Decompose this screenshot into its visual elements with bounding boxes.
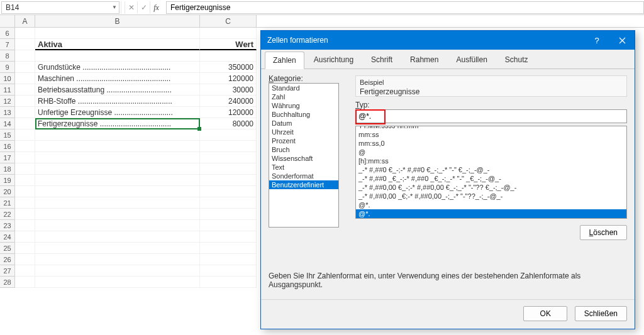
tab-zahlen[interactable]: Zahlen (265, 52, 304, 69)
select-all-corner[interactable] (0, 15, 15, 27)
cell[interactable] (200, 175, 257, 186)
row-header[interactable]: 17 (0, 152, 15, 163)
row-header[interactable]: 14 (0, 118, 15, 129)
chevron-down-icon[interactable]: ▼ (110, 4, 119, 10)
tab-schrift[interactable]: Schrift (363, 51, 401, 69)
row-header[interactable]: 8 (0, 50, 15, 62)
cell[interactable] (15, 141, 35, 152)
tab-rahmen[interactable]: Rahmen (402, 51, 447, 69)
cell[interactable] (200, 254, 257, 265)
type-item[interactable]: _-* #,##0 _€_-;-* #,##0 _€_-;_-* "-" _€_… (356, 174, 626, 183)
row-header[interactable]: 18 (0, 163, 15, 175)
tab-schutz[interactable]: Schutz (497, 51, 536, 69)
kategorie-item[interactable]: Prozent (269, 136, 338, 145)
row-header[interactable]: 22 (0, 209, 15, 220)
cell[interactable] (15, 129, 35, 141)
cell[interactable]: 80000 (200, 118, 257, 129)
name-box-value[interactable]: B14 (2, 2, 110, 13)
row-header[interactable]: 7 (0, 39, 15, 50)
row-header[interactable]: 28 (0, 277, 15, 288)
cell[interactable] (15, 231, 35, 243)
type-item[interactable]: TT.MM.JJJJ hh:mm (356, 126, 626, 130)
cell[interactable] (200, 129, 257, 141)
row-header[interactable]: 20 (0, 186, 15, 197)
kategorie-list[interactable]: StandardZahlWährungBuchhaltungDatumUhrze… (269, 83, 339, 228)
type-item[interactable]: _-* #,##0,00 €_-;-* #,##0,00 €_-;_-* "-"… (356, 183, 626, 192)
cell[interactable]: 30000 (200, 84, 257, 96)
type-item[interactable]: _-* #,##0,00 _€;-* #,##0,00_-;_-* "-"??_… (356, 192, 626, 200)
kategorie-item[interactable]: Uhrzeit (269, 128, 338, 136)
cell[interactable] (35, 220, 200, 231)
cell[interactable] (200, 277, 257, 288)
cell[interactable] (15, 220, 35, 231)
cell[interactable] (15, 254, 35, 265)
type-item[interactable]: @*. (356, 200, 626, 209)
cell[interactable]: 350000 (200, 62, 257, 73)
cell[interactable] (200, 152, 257, 163)
cell[interactable] (200, 220, 257, 231)
dialog-titlebar[interactable]: Zellen formatieren ? (261, 31, 635, 50)
col-header-a[interactable]: A (15, 15, 35, 27)
close-icon[interactable] (609, 31, 635, 50)
kategorie-item[interactable]: Standard (269, 84, 338, 92)
kategorie-item[interactable]: Währung (269, 101, 338, 110)
cell[interactable] (15, 118, 35, 129)
kategorie-item[interactable]: Buchhaltung (269, 110, 338, 119)
cell[interactable] (15, 84, 35, 96)
cell[interactable]: Wert (200, 39, 257, 50)
kategorie-item[interactable]: Text (269, 163, 338, 172)
cell[interactable] (15, 175, 35, 186)
fx-icon[interactable]: fx (150, 1, 162, 14)
cell[interactable] (200, 243, 257, 254)
cell[interactable] (15, 107, 35, 118)
cell[interactable] (35, 152, 200, 163)
cell[interactable] (200, 50, 257, 62)
cell[interactable] (15, 186, 35, 197)
cell[interactable] (15, 209, 35, 220)
cell[interactable] (35, 277, 200, 288)
row-header[interactable]: 10 (0, 73, 15, 84)
type-item[interactable]: @*. (356, 209, 626, 218)
cell[interactable] (15, 96, 35, 107)
cell[interactable] (200, 197, 257, 209)
cell[interactable]: 240000 (200, 96, 257, 107)
row-header[interactable]: 26 (0, 254, 15, 265)
cell[interactable] (15, 243, 35, 254)
cell[interactable] (35, 209, 200, 220)
cell[interactable] (15, 152, 35, 163)
typ-input[interactable] (355, 109, 627, 123)
cell[interactable] (35, 50, 200, 62)
kategorie-item[interactable]: Bruch (269, 145, 338, 154)
cell[interactable] (200, 141, 257, 152)
row-header[interactable]: 24 (0, 231, 15, 243)
col-header-c[interactable]: C (200, 15, 257, 27)
help-icon[interactable]: ? (584, 31, 609, 50)
kategorie-item[interactable]: Benutzerdefiniert (269, 180, 338, 189)
cell[interactable] (35, 243, 200, 254)
cell[interactable] (35, 163, 200, 175)
cell[interactable] (35, 197, 200, 209)
row-header[interactable]: 12 (0, 96, 15, 107)
cell[interactable] (35, 186, 200, 197)
cell[interactable]: Grundstücke ............................… (35, 62, 200, 73)
row-header[interactable]: 27 (0, 265, 15, 277)
cell[interactable] (200, 265, 257, 277)
cell[interactable]: Maschinen ..............................… (35, 73, 200, 84)
row-header[interactable]: 9 (0, 62, 15, 73)
type-item[interactable]: @ (356, 148, 626, 157)
type-item[interactable]: mm:ss,0 (356, 139, 626, 148)
type-item[interactable]: _-* #,##0 €_-;-* #,##0 €_-;_-* "-" €_-;_… (356, 165, 626, 174)
kategorie-item[interactable]: Sonderformat (269, 172, 338, 180)
cell[interactable] (200, 209, 257, 220)
cell[interactable]: Betriebsausstattung ....................… (35, 84, 200, 96)
loeschen-button[interactable]: Löschen (580, 225, 627, 240)
cell[interactable] (15, 73, 35, 84)
cell[interactable]: 120000 (200, 107, 257, 118)
cell[interactable] (35, 28, 200, 39)
row-header[interactable]: 21 (0, 197, 15, 209)
formula-input[interactable] (166, 1, 644, 14)
cell[interactable] (200, 163, 257, 175)
row-header[interactable]: 25 (0, 243, 15, 254)
ok-button[interactable]: OK (523, 306, 567, 321)
name-box[interactable]: B14 ▼ (1, 1, 119, 14)
